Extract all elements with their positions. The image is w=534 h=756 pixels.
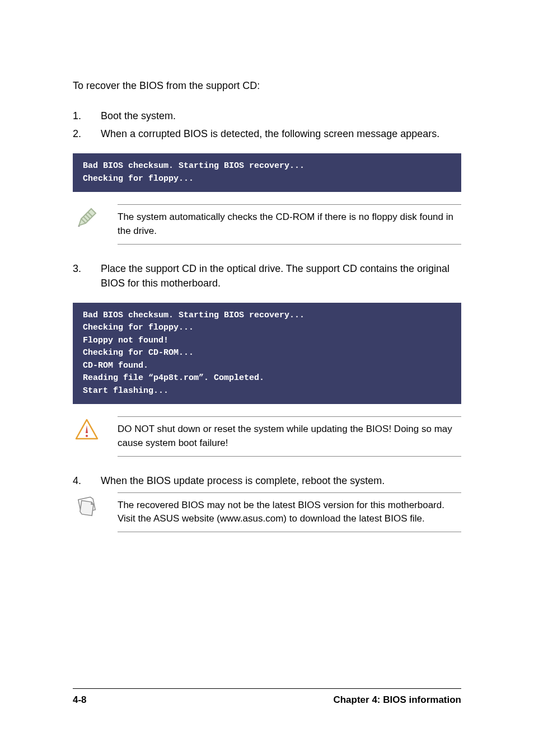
chapter-title: Chapter 4: BIOS information xyxy=(333,694,461,706)
step-2: 2. When a corrupted BIOS is detected, th… xyxy=(73,126,461,141)
intro-text: To recover the BIOS from the support CD: xyxy=(73,78,461,93)
note-text: The recovered BIOS may not be the latest… xyxy=(118,492,461,532)
warning-callout: DO NOT shut down or reset the system whi… xyxy=(73,416,461,456)
note-text: The system automatically checks the CD-R… xyxy=(118,204,461,244)
steps-list-continued-2: 4. When the BIOS update process is compl… xyxy=(73,473,461,488)
step-1: 1. Boot the system. xyxy=(73,109,461,123)
step-4: 4. When the BIOS update process is compl… xyxy=(73,473,461,488)
step-text: Boot the system. xyxy=(101,109,461,123)
note-callout-1: The system automatically checks the CD-R… xyxy=(73,204,461,244)
paper-icon xyxy=(73,492,101,518)
step-text: Place the support CD in the optical driv… xyxy=(101,261,461,290)
warning-text: DO NOT shut down or reset the system whi… xyxy=(118,416,461,456)
steps-list-continued-1: 3. Place the support CD in the optical d… xyxy=(73,261,461,290)
step-text: When a corrupted BIOS is detected, the f… xyxy=(101,126,461,141)
code-block-1: Bad BIOS checksum. Starting BIOS recover… xyxy=(73,153,461,192)
pencil-icon xyxy=(73,204,101,229)
note-callout-2: The recovered BIOS may not be the latest… xyxy=(73,492,461,532)
steps-list: 1. Boot the system. 2. When a corrupted … xyxy=(73,109,461,141)
warning-icon xyxy=(73,416,101,441)
code-block-2: Bad BIOS checksum. Starting BIOS recover… xyxy=(73,303,461,405)
page-number: 4-8 xyxy=(73,694,87,706)
page-footer: 4-8 Chapter 4: BIOS information xyxy=(73,688,461,706)
step-number: 1. xyxy=(73,109,101,123)
step-3: 3. Place the support CD in the optical d… xyxy=(73,261,461,290)
step-number: 2. xyxy=(73,126,101,141)
step-text: When the BIOS update process is complete… xyxy=(101,473,461,488)
step-number: 4. xyxy=(73,473,101,488)
page-content: To recover the BIOS from the support CD:… xyxy=(73,78,461,532)
step-number: 3. xyxy=(73,261,101,290)
svg-point-4 xyxy=(86,435,88,437)
